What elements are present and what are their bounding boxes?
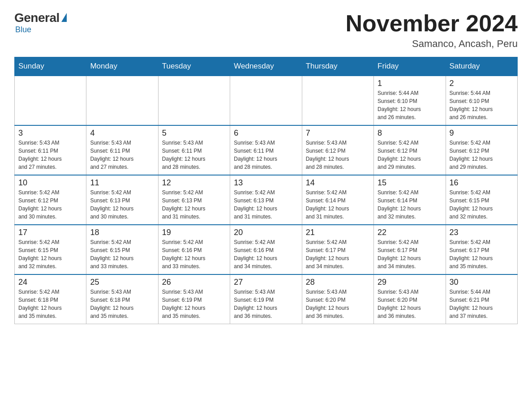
- day-info: Sunrise: 5:43 AM Sunset: 6:20 PM Dayligh…: [306, 288, 370, 320]
- calendar-week-row: 24Sunrise: 5:42 AM Sunset: 6:18 PM Dayli…: [15, 274, 518, 324]
- day-info: Sunrise: 5:42 AM Sunset: 6:15 PM Dayligh…: [450, 188, 514, 221]
- weekday-header-monday: Monday: [86, 57, 158, 76]
- calendar-cell: [302, 76, 373, 125]
- day-info: Sunrise: 5:42 AM Sunset: 6:13 PM Dayligh…: [234, 188, 298, 221]
- day-info: Sunrise: 5:42 AM Sunset: 6:16 PM Dayligh…: [162, 238, 226, 270]
- calendar-cell: 2Sunrise: 5:44 AM Sunset: 6:10 PM Daylig…: [446, 76, 517, 125]
- weekday-header-friday: Friday: [374, 57, 446, 76]
- day-number: 23: [450, 228, 514, 237]
- day-info: Sunrise: 5:44 AM Sunset: 6:10 PM Dayligh…: [378, 89, 442, 121]
- day-number: 11: [90, 178, 154, 188]
- day-info: Sunrise: 5:43 AM Sunset: 6:12 PM Dayligh…: [306, 139, 370, 171]
- day-info: Sunrise: 5:42 AM Sunset: 6:17 PM Dayligh…: [450, 238, 514, 270]
- day-number: 17: [18, 228, 82, 237]
- calendar-cell: 20Sunrise: 5:42 AM Sunset: 6:16 PM Dayli…: [230, 225, 302, 274]
- calendar-cell: [86, 76, 158, 125]
- day-info: Sunrise: 5:42 AM Sunset: 6:13 PM Dayligh…: [162, 188, 226, 221]
- calendar-cell: 11Sunrise: 5:42 AM Sunset: 6:13 PM Dayli…: [86, 175, 158, 225]
- day-info: Sunrise: 5:42 AM Sunset: 6:12 PM Dayligh…: [378, 139, 442, 171]
- day-info: Sunrise: 5:43 AM Sunset: 6:11 PM Dayligh…: [18, 139, 82, 171]
- calendar-week-row: 10Sunrise: 5:42 AM Sunset: 6:12 PM Dayli…: [15, 175, 518, 225]
- calendar-cell: 12Sunrise: 5:42 AM Sunset: 6:13 PM Dayli…: [158, 175, 230, 225]
- day-number: 7: [306, 128, 370, 138]
- calendar-cell: 14Sunrise: 5:42 AM Sunset: 6:14 PM Dayli…: [302, 175, 373, 225]
- day-number: 19: [162, 228, 226, 237]
- calendar-cell: 22Sunrise: 5:42 AM Sunset: 6:17 PM Dayli…: [374, 225, 446, 274]
- day-info: Sunrise: 5:43 AM Sunset: 6:11 PM Dayligh…: [90, 139, 154, 171]
- calendar-week-row: 17Sunrise: 5:42 AM Sunset: 6:15 PM Dayli…: [15, 225, 518, 274]
- calendar-cell: 4Sunrise: 5:43 AM Sunset: 6:11 PM Daylig…: [86, 125, 158, 175]
- day-number: 4: [90, 128, 154, 138]
- day-info: Sunrise: 5:42 AM Sunset: 6:16 PM Dayligh…: [234, 238, 298, 270]
- calendar-cell: 9Sunrise: 5:42 AM Sunset: 6:12 PM Daylig…: [446, 125, 517, 175]
- day-info: Sunrise: 5:42 AM Sunset: 6:15 PM Dayligh…: [90, 238, 154, 270]
- day-info: Sunrise: 5:43 AM Sunset: 6:19 PM Dayligh…: [234, 288, 298, 320]
- day-number: 8: [378, 128, 442, 138]
- calendar-cell: [158, 76, 230, 125]
- calendar-cell: 24Sunrise: 5:42 AM Sunset: 6:18 PM Dayli…: [15, 274, 86, 324]
- day-number: 27: [234, 278, 298, 287]
- calendar-week-row: 1Sunrise: 5:44 AM Sunset: 6:10 PM Daylig…: [15, 76, 518, 125]
- month-title: November 2024: [346, 11, 518, 36]
- day-number: 21: [306, 228, 370, 237]
- calendar-cell: 5Sunrise: 5:43 AM Sunset: 6:11 PM Daylig…: [158, 125, 230, 175]
- day-number: 12: [162, 178, 226, 188]
- day-info: Sunrise: 5:43 AM Sunset: 6:11 PM Dayligh…: [234, 139, 298, 171]
- weekday-header-wednesday: Wednesday: [230, 57, 302, 76]
- day-number: 3: [18, 128, 82, 138]
- location-title: Samanco, Ancash, Peru: [346, 38, 518, 50]
- day-info: Sunrise: 5:42 AM Sunset: 6:15 PM Dayligh…: [18, 238, 82, 270]
- weekday-header-tuesday: Tuesday: [158, 57, 230, 76]
- day-info: Sunrise: 5:43 AM Sunset: 6:20 PM Dayligh…: [378, 288, 442, 320]
- calendar-cell: 6Sunrise: 5:43 AM Sunset: 6:11 PM Daylig…: [230, 125, 302, 175]
- calendar-cell: 10Sunrise: 5:42 AM Sunset: 6:12 PM Dayli…: [15, 175, 86, 225]
- weekday-header-sunday: Sunday: [15, 57, 86, 76]
- weekday-header-thursday: Thursday: [302, 57, 373, 76]
- day-info: Sunrise: 5:42 AM Sunset: 6:17 PM Dayligh…: [378, 238, 442, 270]
- calendar-cell: 8Sunrise: 5:42 AM Sunset: 6:12 PM Daylig…: [374, 125, 446, 175]
- day-info: Sunrise: 5:42 AM Sunset: 6:12 PM Dayligh…: [18, 188, 82, 221]
- weekday-header-saturday: Saturday: [446, 57, 517, 76]
- day-number: 1: [378, 79, 442, 88]
- day-number: 15: [378, 178, 442, 188]
- calendar-cell: [230, 76, 302, 125]
- calendar-cell: 3Sunrise: 5:43 AM Sunset: 6:11 PM Daylig…: [15, 125, 86, 175]
- calendar-cell: 23Sunrise: 5:42 AM Sunset: 6:17 PM Dayli…: [446, 225, 517, 274]
- calendar-cell: 13Sunrise: 5:42 AM Sunset: 6:13 PM Dayli…: [230, 175, 302, 225]
- calendar-table: SundayMondayTuesdayWednesdayThursdayFrid…: [14, 57, 518, 324]
- calendar-cell: [15, 76, 86, 125]
- day-number: 14: [306, 178, 370, 188]
- calendar-cell: 25Sunrise: 5:43 AM Sunset: 6:18 PM Dayli…: [86, 274, 158, 324]
- day-number: 26: [162, 278, 226, 287]
- calendar-cell: 26Sunrise: 5:43 AM Sunset: 6:19 PM Dayli…: [158, 274, 230, 324]
- calendar-cell: 30Sunrise: 5:44 AM Sunset: 6:21 PM Dayli…: [446, 274, 517, 324]
- day-number: 24: [18, 278, 82, 287]
- calendar-cell: 7Sunrise: 5:43 AM Sunset: 6:12 PM Daylig…: [302, 125, 373, 175]
- day-info: Sunrise: 5:43 AM Sunset: 6:19 PM Dayligh…: [162, 288, 226, 320]
- day-number: 18: [90, 228, 154, 237]
- day-number: 10: [18, 178, 82, 188]
- day-number: 5: [162, 128, 226, 138]
- day-info: Sunrise: 5:44 AM Sunset: 6:10 PM Dayligh…: [450, 89, 514, 121]
- day-info: Sunrise: 5:42 AM Sunset: 6:13 PM Dayligh…: [90, 188, 154, 221]
- day-number: 25: [90, 278, 154, 287]
- day-info: Sunrise: 5:42 AM Sunset: 6:17 PM Dayligh…: [306, 238, 370, 270]
- calendar-cell: 28Sunrise: 5:43 AM Sunset: 6:20 PM Dayli…: [302, 274, 373, 324]
- day-number: 16: [450, 178, 514, 188]
- day-info: Sunrise: 5:43 AM Sunset: 6:11 PM Dayligh…: [162, 139, 226, 171]
- day-info: Sunrise: 5:42 AM Sunset: 6:12 PM Dayligh…: [450, 139, 514, 171]
- calendar-cell: 19Sunrise: 5:42 AM Sunset: 6:16 PM Dayli…: [158, 225, 230, 274]
- day-info: Sunrise: 5:43 AM Sunset: 6:18 PM Dayligh…: [90, 288, 154, 320]
- title-block: November 2024 Samanco, Ancash, Peru: [346, 11, 518, 50]
- logo-triangle-icon: [61, 13, 67, 22]
- calendar-cell: 16Sunrise: 5:42 AM Sunset: 6:15 PM Dayli…: [446, 175, 517, 225]
- day-info: Sunrise: 5:42 AM Sunset: 6:14 PM Dayligh…: [378, 188, 442, 221]
- day-number: 9: [450, 128, 514, 138]
- logo-general-text: General: [14, 11, 60, 25]
- day-number: 28: [306, 278, 370, 287]
- logo-blue-text: Blue: [15, 25, 31, 34]
- logo: General Blue: [14, 11, 67, 34]
- day-info: Sunrise: 5:42 AM Sunset: 6:18 PM Dayligh…: [18, 288, 82, 320]
- calendar-cell: 17Sunrise: 5:42 AM Sunset: 6:15 PM Dayli…: [15, 225, 86, 274]
- calendar-cell: 29Sunrise: 5:43 AM Sunset: 6:20 PM Dayli…: [374, 274, 446, 324]
